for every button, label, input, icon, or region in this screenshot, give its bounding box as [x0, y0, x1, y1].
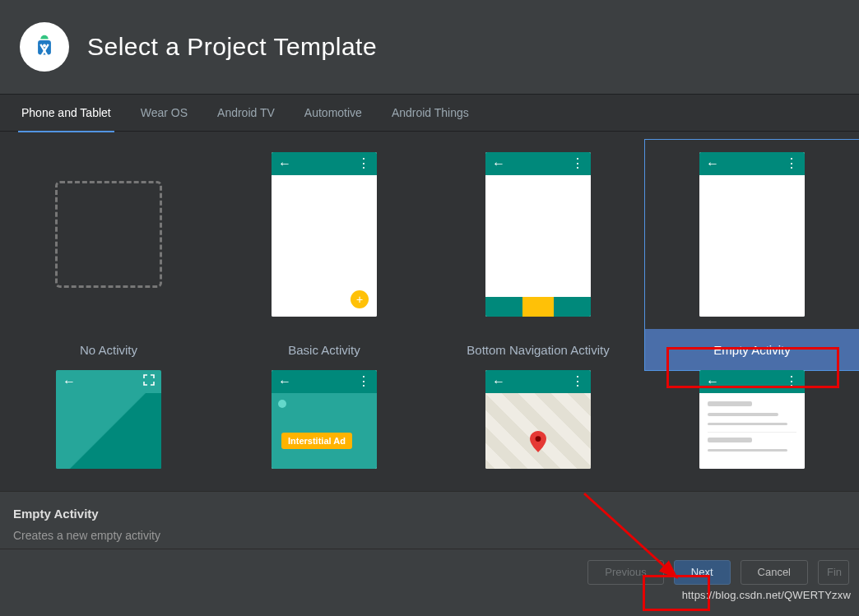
overflow-icon: ⋮: [357, 375, 370, 388]
description-subtitle: Creates a new empty activity: [13, 529, 846, 542]
tab-automotive[interactable]: Automotive: [303, 94, 364, 132]
appbar: ← ⋮: [699, 152, 805, 175]
overflow-icon: ⋮: [785, 157, 798, 170]
button-label: Next: [691, 566, 713, 578]
template-basic-activity[interactable]: ← ⋮ + Basic Activity: [217, 140, 431, 370]
tab-label: Phone and Tablet: [21, 106, 111, 119]
template-caption: Empty Activity: [645, 329, 859, 370]
interstitial-ad-chip: Interstitial Ad: [281, 433, 352, 449]
template-google-maps-activity[interactable]: ← ⋮: [431, 370, 645, 491]
phone-preview: ← ⋮: [699, 370, 805, 469]
watermark: https://blog.csdn.net/QWERTYzxw: [682, 589, 851, 601]
android-studio-icon: [29, 31, 60, 63]
wizard-header: Select a Project Template: [0, 0, 859, 94]
back-arrow-icon: ←: [706, 157, 719, 170]
back-arrow-icon: ←: [278, 157, 291, 170]
template-thumb: ← ⋮: [431, 140, 645, 329]
tab-phone-tablet[interactable]: Phone and Tablet: [20, 94, 113, 132]
fullscreen-icon: [143, 374, 155, 389]
template-thumb: ←: [0, 370, 217, 491]
form-factor-tabs: Phone and Tablet Wear OS Android TV Auto…: [0, 94, 859, 132]
appbar: ←: [56, 370, 161, 393]
phone-preview: ← ⋮ +: [272, 152, 377, 317]
status-dot-icon: [278, 400, 286, 408]
button-label: Fin: [827, 566, 842, 578]
finish-button[interactable]: Fin: [818, 560, 849, 585]
cancel-button[interactable]: Cancel: [741, 560, 808, 585]
tab-android-things[interactable]: Android Things: [390, 94, 471, 132]
page-title: Select a Project Template: [87, 33, 377, 61]
template-thumb: ← ⋮ Interstitial Ad: [217, 370, 431, 491]
overflow-icon: ⋮: [785, 375, 798, 388]
appbar: ← ⋮: [272, 152, 377, 175]
phone-preview: ←: [56, 370, 161, 469]
tab-label: Android Things: [392, 106, 469, 119]
template-bottom-navigation-activity[interactable]: ← ⋮ Bottom Navigation Activity: [431, 140, 645, 370]
overflow-icon: ⋮: [357, 157, 370, 170]
template-fullscreen-activity[interactable]: ←: [0, 370, 217, 491]
template-caption: Bottom Navigation Activity: [431, 329, 645, 370]
back-arrow-icon: ←: [278, 375, 291, 388]
fab-icon: +: [351, 290, 369, 308]
template-primary-detail-activity[interactable]: ← ⋮: [645, 370, 859, 491]
back-arrow-icon: ←: [492, 157, 505, 170]
template-description: Empty Activity Creates a new empty activ…: [0, 491, 859, 549]
android-studio-logo: [20, 22, 69, 72]
svg-point-1: [43, 44, 46, 47]
description-title: Empty Activity: [13, 507, 846, 521]
tab-label: Wear OS: [141, 106, 188, 119]
dashed-placeholder-icon: [55, 181, 162, 288]
tab-label: Automotive: [304, 106, 362, 119]
template-gallery: No Activity ← ⋮ + Basic Activity: [0, 132, 859, 491]
template-thumb: ← ⋮ +: [217, 140, 431, 329]
phone-preview: ← ⋮: [485, 370, 591, 469]
overflow-icon: ⋮: [571, 375, 584, 388]
template-no-activity[interactable]: No Activity: [0, 140, 217, 370]
next-button[interactable]: Next: [674, 560, 731, 585]
tab-android-tv[interactable]: Android TV: [216, 94, 276, 132]
template-empty-activity[interactable]: ← ⋮ Empty Activity: [645, 140, 859, 370]
appbar: ← ⋮: [272, 370, 377, 393]
phone-preview: ← ⋮: [485, 152, 591, 317]
appbar: ← ⋮: [485, 370, 591, 393]
wizard-footer: Previous Next Cancel Fin: [0, 549, 859, 595]
template-thumb: [0, 140, 217, 329]
tab-wear-os[interactable]: Wear OS: [139, 94, 189, 132]
tab-label: Android TV: [217, 106, 275, 119]
button-label: Previous: [605, 566, 647, 578]
back-arrow-icon: ←: [706, 375, 719, 388]
phone-preview: ← ⋮ Interstitial Ad: [272, 370, 377, 469]
phone-preview: ← ⋮: [699, 152, 805, 317]
back-arrow-icon: ←: [63, 375, 76, 388]
bottom-nav-bar: [485, 297, 591, 317]
template-thumb: ← ⋮: [645, 370, 859, 491]
appbar: ← ⋮: [485, 152, 591, 175]
previous-button[interactable]: Previous: [587, 560, 664, 585]
overflow-icon: ⋮: [571, 157, 584, 170]
svg-point-2: [536, 436, 541, 442]
map-pin-icon: [530, 431, 546, 452]
button-label: Cancel: [758, 566, 791, 578]
template-caption: No Activity: [0, 329, 217, 370]
template-admob-ads-activity[interactable]: ← ⋮ Interstitial Ad: [217, 370, 431, 491]
template-thumb: ← ⋮: [645, 140, 859, 329]
appbar: ← ⋮: [699, 370, 805, 393]
template-thumb: ← ⋮: [431, 370, 645, 491]
back-arrow-icon: ←: [492, 375, 505, 388]
template-caption: Basic Activity: [217, 329, 431, 370]
